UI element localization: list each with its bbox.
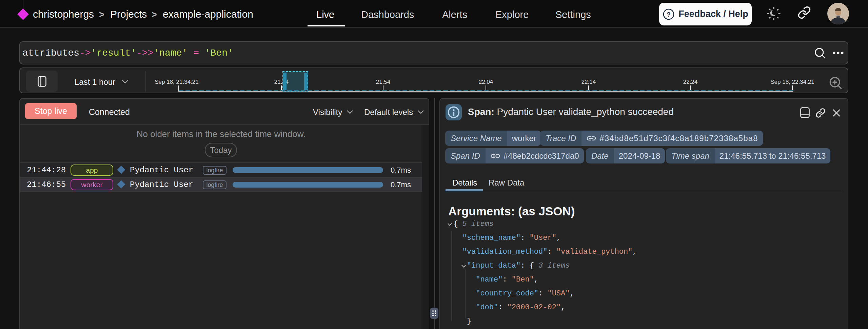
svg-text:?: ? xyxy=(667,11,671,18)
